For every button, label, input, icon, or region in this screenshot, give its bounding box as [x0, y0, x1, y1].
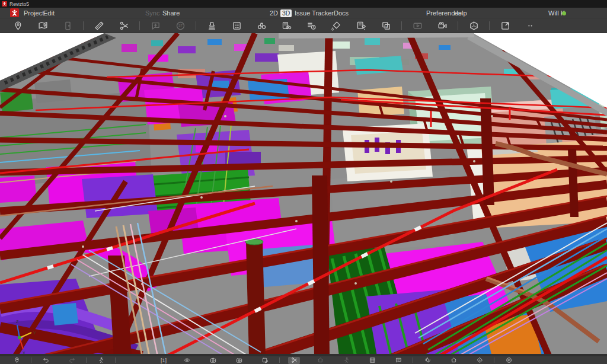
bottom-toolbar: [1] — [0, 356, 607, 364]
comment-plus-icon — [151, 21, 161, 31]
menu-docs[interactable]: Docs — [334, 8, 349, 18]
section-cut-button[interactable] — [116, 19, 132, 33]
screenshot-button[interactable] — [207, 357, 219, 364]
search-model-button[interactable] — [253, 19, 270, 33]
video-icon — [413, 21, 423, 31]
tab-3d-badge: 3D — [280, 9, 292, 17]
reset-section-button[interactable] — [314, 357, 326, 364]
sheet-list-button[interactable] — [228, 19, 245, 33]
camera-icon — [437, 21, 448, 31]
door-icon — [63, 21, 73, 31]
orbit-mode-button[interactable] — [421, 357, 433, 364]
revizto-logo-icon[interactable] — [10, 8, 19, 17]
menu-edit[interactable]: Edit — [43, 8, 55, 18]
markup-tool-button[interactable] — [259, 357, 271, 364]
camera-path-button[interactable] — [434, 19, 451, 33]
titlebar: Revizto5 — [0, 0, 607, 8]
home-view-button[interactable] — [448, 357, 459, 364]
appearance-templates-button[interactable]: A — [378, 19, 394, 33]
search-sheets-button[interactable] — [278, 19, 295, 33]
st-icon: ST — [175, 21, 186, 31]
more-tools-button[interactable] — [522, 19, 538, 33]
toolbar-divider — [86, 357, 87, 363]
avatar-mode-button[interactable] — [340, 357, 352, 364]
tab-3d[interactable]: 3D — [280, 8, 292, 18]
menubar: Project Edit Sync Share 2D 3D Issue Trac… — [0, 8, 607, 18]
eye-icon — [184, 357, 190, 363]
redo-icon — [69, 357, 75, 363]
page-indicator: [1] — [161, 357, 167, 364]
maps-button[interactable] — [34, 19, 51, 33]
gridb-icon — [369, 357, 376, 363]
revizto-logo-icon — [2, 1, 7, 7]
menu-project[interactable]: Project — [24, 8, 44, 18]
stamp-templates-button[interactable] — [203, 19, 220, 33]
add-issue-button[interactable] — [147, 19, 164, 33]
axis-y-label: Y — [33, 331, 36, 335]
undo-button[interactable] — [40, 357, 52, 364]
toolbar-divider — [115, 357, 116, 363]
camera-settings-button[interactable] — [233, 357, 245, 364]
viewpoint-notes-button[interactable] — [392, 357, 404, 364]
sheet-binoculars-icon — [282, 21, 292, 31]
viewpoint-pin-button[interactable] — [9, 19, 26, 33]
toolbar-group: ST — [147, 19, 189, 33]
video-record-button[interactable] — [409, 19, 426, 33]
objects-3d-button[interactable] — [465, 19, 482, 33]
viewport-3d[interactable]: Z Y X — [0, 33, 607, 356]
axis-z-label: Z — [16, 320, 19, 324]
more-icon — [525, 21, 535, 31]
expand-icon — [500, 21, 510, 31]
rooms-button[interactable] — [59, 19, 76, 33]
stamps-button[interactable]: ST — [172, 19, 189, 33]
toolbar-divider — [196, 21, 196, 30]
legend-button[interactable] — [503, 357, 515, 364]
walk-mode-button[interactable] — [95, 357, 107, 364]
menu-help[interactable]: Help — [453, 8, 467, 18]
toolbar-divider — [83, 21, 84, 30]
camera-photo-icon — [210, 357, 216, 363]
window-title: Revizto5 — [9, 1, 29, 7]
toolbar-divider — [494, 357, 494, 363]
undo-icon — [43, 357, 49, 363]
toolbar-divider — [31, 357, 31, 363]
copy-a-icon: A — [381, 21, 391, 31]
menu-share[interactable]: Share — [162, 8, 180, 18]
walker-icon — [98, 357, 104, 363]
redo-button[interactable] — [66, 357, 78, 364]
viewport-3d-model[interactable]: Z Y X — [0, 33, 607, 356]
toolbar-group — [503, 357, 515, 364]
tab-2d[interactable]: 2D — [270, 8, 278, 18]
toolbar-group — [421, 357, 485, 364]
toolbar-group — [409, 19, 451, 33]
toolbar-group — [9, 19, 76, 33]
measure-button[interactable] — [91, 19, 107, 33]
fit-view-button[interactable] — [474, 357, 485, 364]
open-in-window-button[interactable] — [497, 19, 513, 33]
appearance-rules-button[interactable] — [353, 19, 369, 33]
toolbar-divider — [413, 357, 413, 363]
edit-image-icon — [262, 357, 269, 363]
visibility-button[interactable] — [181, 357, 193, 364]
binoculars-icon — [257, 21, 267, 31]
scissors-icon — [291, 357, 298, 363]
top-toolbar: STA — [0, 18, 607, 33]
history-button[interactable] — [303, 19, 320, 33]
menu-issue-tracker[interactable]: Issue Tracker — [295, 8, 334, 18]
circled-list-icon — [506, 357, 512, 363]
toolbar-group — [91, 19, 132, 33]
section-cut-tool-button[interactable] — [288, 357, 300, 364]
toolbar-group — [288, 357, 404, 364]
menu-sync[interactable]: Sync — [145, 8, 159, 18]
paint-override-button[interactable] — [328, 19, 344, 33]
comment-view-icon — [395, 357, 402, 363]
doc-bucket-icon — [356, 21, 366, 31]
camera-gear-icon — [236, 357, 242, 363]
add-viewpoint-button[interactable] — [11, 357, 23, 364]
toolbar-divider — [458, 21, 458, 30]
toolbar-group — [95, 357, 107, 364]
toolbar-divider — [489, 21, 490, 30]
scissors-icon — [119, 21, 129, 31]
grids-button[interactable] — [366, 357, 378, 364]
toolbar-group — [40, 357, 78, 364]
